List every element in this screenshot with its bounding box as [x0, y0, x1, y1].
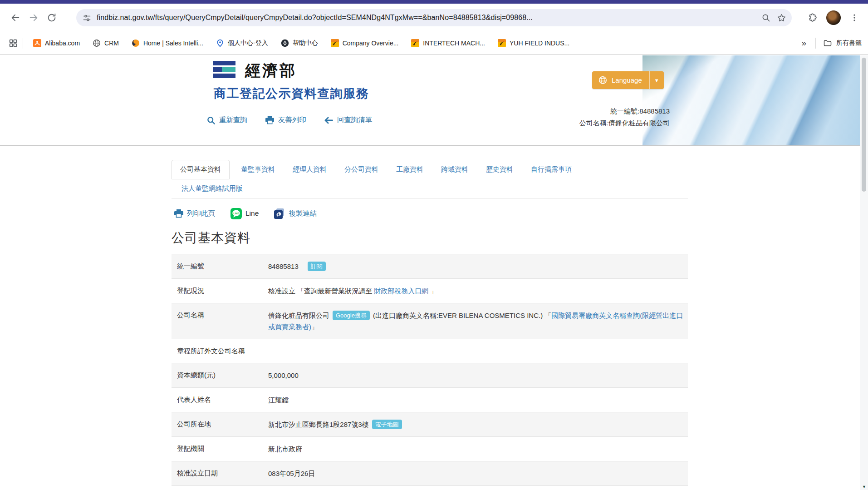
- url-bar[interactable]: findbiz.nat.gov.tw/fts/query/QueryCmpyDe…: [76, 9, 792, 26]
- tab-company-basic-active[interactable]: 公司基本資料: [172, 160, 230, 179]
- bookmark-item[interactable]: Company Overvie...: [331, 39, 399, 47]
- language-caret-icon[interactable]: ▼: [649, 71, 664, 89]
- url-text[interactable]: findbiz.nat.gov.tw/fts/query/QueryCmpyDe…: [97, 14, 757, 22]
- tab-link[interactable]: 跨域資料: [435, 160, 475, 179]
- back-icon: [324, 117, 333, 124]
- profile-avatar[interactable]: [826, 10, 841, 25]
- back-button[interactable]: [6, 9, 25, 27]
- language-label: Language: [612, 76, 642, 84]
- company-info-lines: 統一編號:84885813 公司名稱:儕鋒化粧品有限公司: [579, 105, 670, 129]
- bookmarks-divider-2: [815, 38, 816, 49]
- menu-kebab-button[interactable]: [845, 9, 863, 27]
- site-settings-icon[interactable]: [83, 14, 91, 22]
- bookmark-item[interactable]: INTERTECH MACH...: [411, 39, 485, 47]
- folder-icon: [823, 39, 832, 48]
- table-row: 核准設立日期083年05月26日: [172, 461, 688, 486]
- findbiz-favicon: [411, 39, 419, 47]
- tab-link[interactable]: 歷史資料: [480, 160, 520, 179]
- table-row: 資本總額(元)5,000,000: [172, 363, 688, 388]
- page-content: 經濟部 商工登記公示資料查詢服務 Language ▼ 重新查詢友善列印回查詢清…: [0, 55, 868, 490]
- row-value: 5,000,000: [268, 363, 688, 387]
- bookmark-label: 帮助中心: [293, 39, 318, 47]
- tab-link[interactable]: 董監事資料: [235, 160, 281, 179]
- window-titlebar: [0, 0, 868, 4]
- row-value: [268, 339, 688, 363]
- row-value: 江耀鐺: [268, 388, 688, 412]
- value-text: 新北市汐止區鄉長路1段287號3樓: [268, 421, 369, 428]
- bookmark-label: YUH FIELD INDUS...: [510, 40, 569, 47]
- bookmark-item[interactable]: Home | Sales Intelli...: [132, 39, 203, 47]
- alibaba-favicon: [33, 39, 41, 47]
- scrollbar-thumb[interactable]: [862, 58, 866, 192]
- row-label: 最後核准變更日期: [172, 486, 268, 490]
- row-label: 登記機關: [172, 437, 268, 461]
- table-row: 登記機關新北市政府: [172, 437, 688, 461]
- table-row: 統一編號84885813訂閱: [172, 254, 688, 279]
- scrollbar[interactable]: ▼: [860, 55, 868, 490]
- ministry-name: 經濟部: [245, 60, 297, 81]
- value-text: 5,000,000: [268, 371, 299, 379]
- header-action-link[interactable]: 友善列印: [265, 115, 306, 125]
- table-row: 代表人姓名江耀鐺: [172, 388, 688, 412]
- tab-link[interactable]: 分公司資料: [338, 160, 385, 179]
- row-value: 核准設立 「查詢最新營業狀況請至 財政部稅務入口網 」: [268, 279, 688, 303]
- value-text: 新北市政府: [268, 445, 302, 453]
- reload-button[interactable]: [43, 9, 61, 27]
- bookmark-item[interactable]: 帮助中心: [281, 39, 318, 47]
- share-links-row: 列印此頁 LINE Line 複製連結: [174, 208, 688, 219]
- header-action-link[interactable]: 回查詢清單: [324, 115, 373, 125]
- tab-link[interactable]: 自行揭露事項: [525, 160, 578, 179]
- printer-icon: [174, 209, 183, 218]
- tab-link[interactable]: 經理人資料: [286, 160, 333, 179]
- row-label: 登記現況: [172, 279, 268, 303]
- bookmark-label: Home | Sales Intelli...: [143, 40, 203, 47]
- action-label: 回查詢清單: [337, 115, 373, 125]
- tab-link[interactable]: 工廠資料: [390, 160, 430, 179]
- company-table: 統一編號84885813訂閱登記現況核准設立 「查詢最新營業狀況請至 財政部稅務…: [172, 254, 688, 490]
- info-badge[interactable]: Google搜尋: [333, 311, 370, 320]
- bookmark-items: Alibaba.comCRMHome | Sales Intelli...個人中…: [33, 39, 797, 47]
- bookmark-item[interactable]: Alibaba.com: [33, 39, 80, 47]
- header-action-links: 重新查詢友善列印回查詢清單: [207, 115, 373, 125]
- value-text: (出進口廠商英文名稱:EVER BILENA COSMETICS INC.) 「: [373, 312, 551, 319]
- browser-window: findbiz.nat.gov.tw/fts/query/QueryCmpyDe…: [0, 0, 868, 490]
- header-action-link[interactable]: 重新查詢: [207, 115, 247, 125]
- bookmark-label: 個人中心-登入: [228, 39, 268, 47]
- tab-corporate-network[interactable]: 法人董監網絡試用版: [172, 184, 249, 193]
- bookmark-star-icon[interactable]: [777, 13, 786, 23]
- scrollbar-down-arrow[interactable]: ▼: [860, 485, 868, 489]
- table-row: 章程所訂外文公司名稱: [172, 339, 688, 363]
- copy-link-icon: [274, 208, 285, 219]
- back-icon: [10, 13, 20, 23]
- browser-toolbar: findbiz.nat.gov.tw/fts/query/QueryCmpyDe…: [0, 4, 868, 32]
- info-badge[interactable]: 訂閱: [308, 262, 326, 271]
- value-text: 」: [311, 323, 318, 331]
- table-row: 最後核准變更日期105年09月07日: [172, 486, 688, 490]
- inline-link[interactable]: 財政部稅務入口網: [374, 287, 428, 295]
- bookmark-item[interactable]: 個人中心-登入: [216, 39, 268, 47]
- print-page-link[interactable]: 列印此頁: [174, 209, 215, 218]
- copy-link-button[interactable]: 複製連結: [274, 208, 317, 219]
- apps-grid-icon[interactable]: [8, 38, 18, 48]
- bookmarks-overflow-chevron[interactable]: »: [797, 38, 811, 48]
- value-text: 江耀鐺: [268, 396, 289, 404]
- main-content: 公司基本資料 董監事資料經理人資料分公司資料工廠資料跨域資料歷史資料自行揭露事項…: [172, 159, 688, 490]
- globe-favicon: [93, 39, 101, 47]
- row-label: 代表人姓名: [172, 388, 268, 412]
- language-button[interactable]: Language ▼: [592, 71, 664, 89]
- table-row: 公司名稱儕鋒化粧品有限公司Google搜尋(出進口廠商英文名稱:EVER BIL…: [172, 303, 688, 339]
- bookmark-item[interactable]: YUH FIELD INDUS...: [498, 39, 569, 47]
- bookmark-item[interactable]: CRM: [93, 39, 119, 47]
- extensions-button[interactable]: [804, 9, 822, 27]
- value-text: 核准設立 「查詢最新營業狀況請至: [268, 287, 374, 295]
- row-value: 新北市汐止區鄉長路1段287號3樓電子地圖: [268, 412, 688, 436]
- row-value: 105年09月07日: [268, 486, 688, 490]
- forward-button[interactable]: [25, 9, 43, 27]
- line-share-link[interactable]: LINE Line: [230, 208, 259, 219]
- all-bookmarks-label: 所有書籤: [836, 39, 862, 47]
- all-bookmarks-button[interactable]: 所有書籤: [823, 39, 862, 48]
- logo-bar-top: [213, 61, 235, 65]
- info-badge[interactable]: 電子地圖: [372, 420, 402, 429]
- printer-icon: [265, 116, 274, 124]
- page-zoom-icon[interactable]: [761, 13, 770, 22]
